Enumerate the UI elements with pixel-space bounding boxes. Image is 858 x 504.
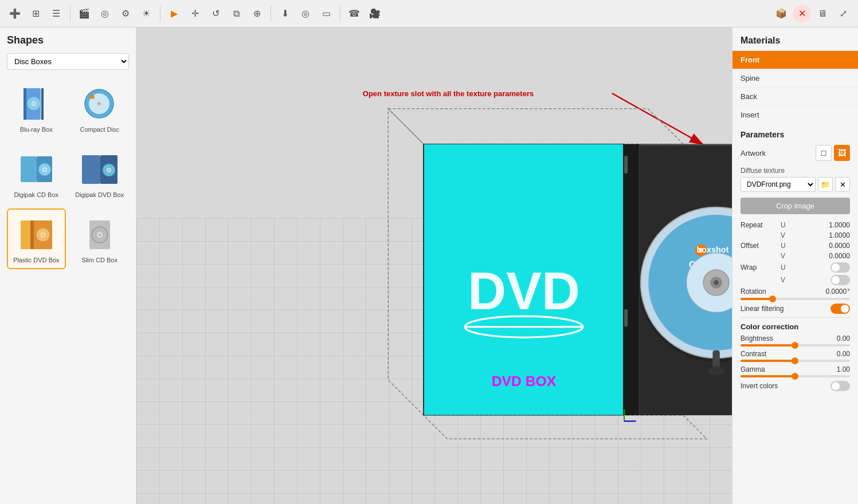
camera-button[interactable]: 🎬 [75,5,93,23]
svg-text:DVD: DVD [468,261,580,321]
plastic-dvd-label: Plastic DVD Box [13,257,60,263]
params-title: Parameters [741,130,850,139]
svg-rect-23 [30,220,34,249]
bluray-box-label: Blu-ray Box [20,126,53,133]
repeat-v-value: 1.0000 [818,231,850,239]
shapes-dropdown[interactable]: Disc Boxes [7,53,129,70]
repeat-u-value: 1.0000 [818,221,850,229]
texture-select[interactable]: DVDFront.png [741,177,816,192]
add-button[interactable]: ➕ [6,5,24,23]
artwork-white-btn[interactable]: □ [816,145,832,161]
svg-point-60 [714,280,719,285]
rotate-tool[interactable]: ↺ [206,5,225,23]
dvd-scene: DVD DVD BOX [217,73,732,474]
svg-marker-33 [388,109,683,144]
phone-button[interactable]: ☎ [345,5,363,23]
gamma-label: Gamma [741,365,765,373]
contrast-label: Contrast [741,350,766,358]
main-layout: Shapes Disc Boxes Blu-ray Box [0,27,858,504]
toolbar: ➕ ⊞ ☰ 🎬 ◎ ⚙ ☀ ▶ ✛ ↺ ⧉ ⊕ ⬇ ◎ ▭ ☎ 🎥 📦 ✕ 🖥 … [0,0,858,27]
svg-point-26 [42,234,44,235]
shapes-grid: Blu-ray Box Compact Disc [7,78,129,269]
repeat-v-row: V 1.0000 [741,231,850,239]
add-shape-tool[interactable]: ⊕ [248,5,266,23]
menu-button[interactable]: ☰ [47,5,65,23]
svg-rect-1 [23,88,26,120]
compact-disc-icon [80,84,120,124]
brightness-label: Brightness [741,334,773,342]
rotation-slider[interactable] [741,298,850,300]
svg-point-62 [708,367,724,376]
offset-v-value: 0.0000 [818,252,850,260]
offset-label: Offset [741,242,781,250]
repeat-label: Repeat [741,221,781,229]
crop-image-btn[interactable]: Crop image [741,198,850,214]
target2-button[interactable]: ◎ [296,5,315,23]
contrast-slider[interactable] [741,360,850,362]
offset-u-row: Offset U 0.0000 [741,242,850,250]
film-button[interactable]: 🎥 [366,5,384,23]
shape-digipak-dvd-box[interactable]: Digipak DVD Box [70,143,130,204]
rotation-suffix: ° [847,288,850,296]
material-tabs: Front Spine Back Insert [732,51,858,124]
expand-button[interactable]: ⤢ [834,5,852,23]
clear-texture-btn[interactable]: ✕ [835,177,850,192]
invert-colors-toggle[interactable] [830,381,850,391]
shape-bluray-box[interactable]: Blu-ray Box [7,78,66,139]
color-correction-title: Color correction [741,322,850,331]
shape-slim-cd-box[interactable]: Slim CD Box [70,208,130,269]
wrap-v-row: V [741,275,850,285]
svg-text:boxshot: boxshot [696,245,728,254]
contrast-value: 0.00 [837,350,850,358]
brightness-slider[interactable] [741,344,850,346]
monitor-button[interactable]: 🖥 [813,5,832,23]
rotation-slider-row [741,298,850,300]
repeat-v-label: V [781,231,792,239]
wrap-u-toggle[interactable] [830,262,850,273]
tab-spine[interactable]: Spine [732,69,858,88]
duplicate-tool[interactable]: ⧉ [227,5,245,23]
gamma-slider-row [741,375,850,377]
rect-button[interactable]: ▭ [317,5,335,23]
settings-button[interactable]: ⚙ [116,5,135,23]
offset-v-row: V 0.0000 [741,252,850,260]
svg-marker-34 [388,109,424,415]
svg-rect-61 [712,351,719,368]
select-tool[interactable]: ▶ [165,5,183,23]
close-btn[interactable]: ✕ [793,5,811,23]
light-button[interactable]: ☀ [137,5,155,23]
shape-plastic-dvd-box[interactable]: Plastic DVD Box [7,208,66,269]
tab-front[interactable]: Front [732,51,858,69]
box-icon-button[interactable]: 📦 [772,5,790,23]
artwork-row: Artwork □ 🖼 [741,145,850,161]
linear-filtering-toggle[interactable] [830,304,850,314]
shape-compact-disc[interactable]: Compact Disc [70,78,130,139]
brightness-value: 0.00 [837,334,850,342]
svg-text:DVD BOX: DVD BOX [492,373,557,389]
contrast-slider-row [741,360,850,362]
move-tool[interactable]: ✛ [186,5,204,23]
sidebar-title: Shapes [7,34,129,46]
browse-texture-btn[interactable]: 📁 [818,177,833,192]
canvas-area[interactable]: Open texture slot with all the texture p… [136,27,732,504]
shape-digipak-cd-box[interactable]: Digipak CD Box [7,143,66,204]
tab-insert[interactable]: Insert [732,106,858,124]
import-button[interactable]: ⬇ [276,5,294,23]
slim-cd-label: Slim CD Box [82,257,117,263]
offset-v-label: V [781,252,792,260]
contrast-slider-fill [741,360,796,362]
offset-u-value: 0.0000 [818,242,850,250]
wrap-u-row: Wrap U [741,262,850,273]
brightness-row: Brightness 0.00 [741,334,850,342]
separator-1 [70,6,70,22]
tab-back[interactable]: Back [732,88,858,106]
grid-button[interactable]: ⊞ [26,5,45,23]
wrap-v-label: V [781,276,792,284]
wrap-v-toggle[interactable] [830,275,850,285]
artwork-image-btn[interactable]: 🖼 [834,145,850,161]
offset-u-label: U [781,242,792,250]
target-button[interactable]: ◎ [96,5,114,23]
gamma-slider[interactable] [741,375,850,377]
svg-rect-11 [21,156,37,182]
rotation-label: Rotation [741,288,781,296]
